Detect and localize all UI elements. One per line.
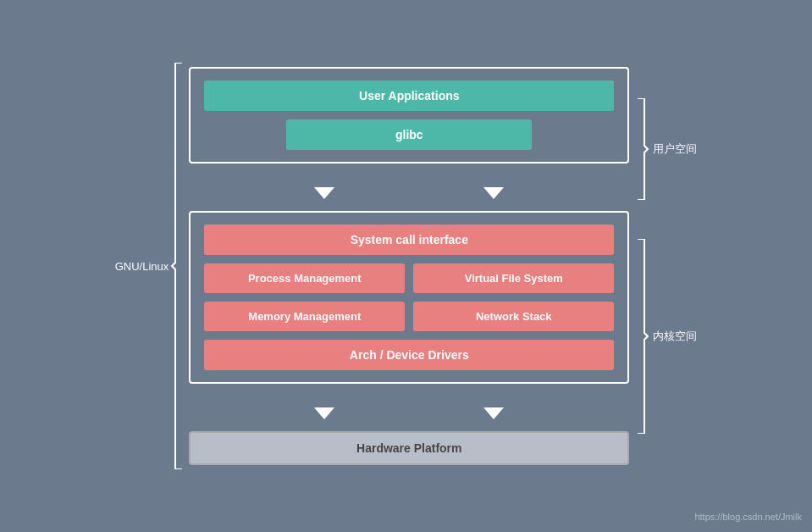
syscall-block: System call interface bbox=[204, 224, 614, 255]
user-space-box: User Applications glibc bbox=[189, 67, 629, 163]
row-memory-network: Memory Management Network Stack bbox=[204, 302, 614, 331]
user-applications-block: User Applications bbox=[204, 80, 614, 111]
right-bracket-kernel bbox=[634, 239, 649, 434]
arch-drivers-block: Arch / Device Drivers bbox=[204, 340, 614, 370]
row-process-vfs: Process Management Virtual File System bbox=[204, 263, 614, 293]
arrows-row bbox=[189, 172, 629, 202]
kernel-space-label: 内核空间 bbox=[653, 329, 697, 344]
left-bracket bbox=[170, 63, 185, 470]
gnu-linux-label: GNU/Linux bbox=[115, 260, 169, 273]
right-bracket-user bbox=[634, 98, 649, 200]
glibc-block: glibc bbox=[286, 119, 532, 150]
user-space-label: 用户空间 bbox=[653, 141, 697, 157]
arrow-head bbox=[314, 407, 334, 419]
virtual-fs-block: Virtual File System bbox=[413, 263, 614, 293]
kernel-space-box: System call interface Process Management… bbox=[189, 211, 629, 384]
memory-mgmt-block: Memory Management bbox=[204, 302, 405, 331]
arrow-head bbox=[314, 187, 334, 199]
gnu-linux-label-group: GNU/Linux bbox=[115, 63, 186, 470]
network-stack-block: Network Stack bbox=[413, 302, 614, 331]
right-labels: 用户空间 内核空间 bbox=[634, 98, 697, 434]
arrow-head bbox=[483, 407, 504, 419]
user-space-label-group: 用户空间 bbox=[634, 98, 697, 200]
diagram-container: GNU/Linux User Applications glibc bbox=[115, 63, 698, 470]
kernel-space-label-group: 内核空间 bbox=[634, 239, 697, 434]
hardware-platform-block: Hardware Platform bbox=[189, 431, 629, 465]
arrows-row-bottom bbox=[189, 392, 629, 423]
spacer bbox=[634, 200, 697, 239]
watermark: https://blog.csdn.net/Jmilk bbox=[694, 512, 802, 522]
main-content-area: User Applications glibc System call inte… bbox=[189, 67, 629, 465]
arrow-head bbox=[483, 187, 504, 199]
process-mgmt-block: Process Management bbox=[204, 263, 405, 293]
